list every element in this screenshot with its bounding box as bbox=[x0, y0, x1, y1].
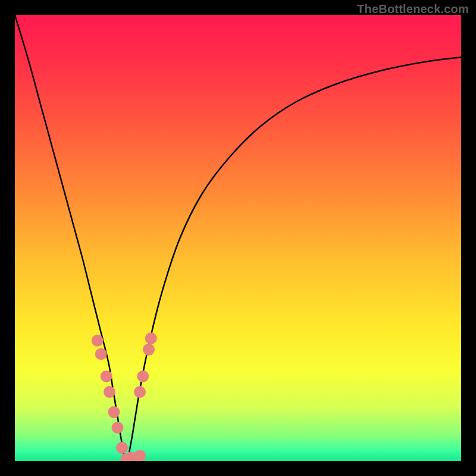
watermark-text: TheBottleneck.com bbox=[357, 2, 469, 16]
plot-area bbox=[15, 15, 461, 461]
data-marker bbox=[116, 442, 128, 454]
bottleneck-curve bbox=[15, 15, 461, 461]
chart-svg bbox=[15, 15, 461, 461]
data-marker bbox=[134, 386, 146, 398]
data-marker bbox=[137, 371, 149, 383]
data-marker bbox=[95, 348, 107, 360]
data-marker bbox=[108, 406, 120, 418]
data-marker bbox=[101, 371, 112, 383]
marker-layer bbox=[92, 333, 157, 461]
data-marker bbox=[92, 335, 104, 347]
data-marker bbox=[134, 450, 146, 461]
data-marker bbox=[104, 386, 115, 398]
data-marker bbox=[143, 344, 155, 356]
chart-frame: TheBottleneck.com bbox=[0, 0, 476, 476]
data-marker bbox=[145, 333, 157, 345]
data-marker bbox=[112, 422, 124, 434]
